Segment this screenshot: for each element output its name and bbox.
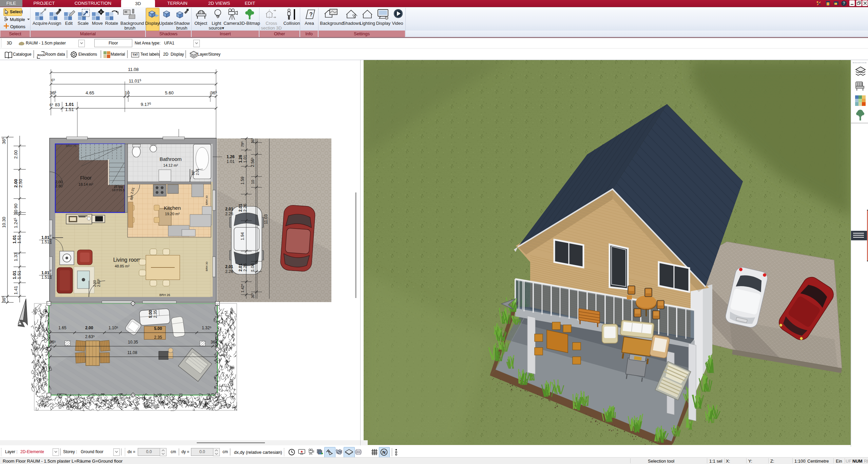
- svg-text:BRH 75: BRH 75: [49, 269, 52, 279]
- svg-text:2.35: 2.35: [153, 310, 158, 318]
- svg-text:1.51: 1.51: [41, 275, 50, 280]
- svg-text:2.35: 2.35: [154, 335, 162, 340]
- svg-text:11.015: 11.015: [129, 78, 141, 83]
- svg-text:?: ?: [843, 1, 845, 6]
- svg-text:365: 365: [1, 296, 6, 302]
- svg-text:11.08: 11.08: [127, 350, 137, 355]
- svg-text:2.50: 2.50: [18, 179, 23, 187]
- svg-text:18.14 m²: 18.14 m²: [78, 182, 93, 186]
- svg-text:4.65: 4.65: [85, 90, 94, 95]
- svg-text:2.26: 2.26: [243, 263, 248, 272]
- svg-text:1.41: 1.41: [13, 286, 18, 294]
- svg-text:1.01: 1.01: [12, 235, 17, 243]
- svg-text:15 Stg: 15 Stg: [114, 185, 123, 188]
- svg-text:2.01: 2.01: [238, 204, 243, 212]
- svg-text:2.26: 2.26: [243, 204, 248, 212]
- svg-text:?: ?: [309, 12, 313, 17]
- svg-text:N: N: [382, 450, 385, 455]
- svg-text:1.01: 1.01: [41, 235, 50, 240]
- svg-text:16.7 25.5: 16.7 25.5: [112, 188, 125, 192]
- svg-text:2.01: 2.01: [196, 168, 199, 175]
- svg-text:10: 10: [251, 180, 255, 184]
- svg-text:2.26: 2.26: [225, 211, 233, 216]
- svg-text:BRH 75: BRH 75: [49, 234, 52, 244]
- svg-text:2.00: 2.00: [13, 179, 18, 187]
- svg-text:10.30: 10.30: [1, 217, 6, 228]
- svg-text:5.00: 5.00: [154, 326, 162, 331]
- svg-text:1.06: 1.06: [250, 263, 255, 272]
- svg-text:365: 365: [50, 90, 56, 95]
- svg-text:5.00: 5.00: [148, 310, 153, 318]
- svg-text:Living room: Living room: [113, 257, 141, 263]
- svg-text:1.01: 1.01: [65, 102, 74, 107]
- svg-text:1.51: 1.51: [65, 107, 74, 112]
- svg-text:14.12 m²: 14.12 m²: [163, 163, 178, 167]
- svg-text:1.01: 1.01: [227, 159, 235, 164]
- svg-text:1.65: 1.65: [58, 326, 66, 330]
- svg-text:5.60: 5.60: [165, 90, 173, 95]
- svg-text:365: 365: [1, 137, 6, 144]
- svg-text:83: 83: [55, 102, 60, 107]
- svg-text:1.245: 1.245: [13, 218, 18, 228]
- svg-text:1.26: 1.26: [238, 155, 243, 163]
- svg-text:1.01: 1.01: [12, 271, 17, 279]
- svg-text:2.26: 2.26: [225, 269, 233, 274]
- svg-text:2.00: 2.00: [85, 326, 93, 330]
- svg-text:1.94: 1.94: [240, 232, 245, 240]
- svg-text:10: 10: [125, 90, 130, 95]
- svg-text:1.33: 1.33: [13, 253, 18, 261]
- svg-text:10.35: 10.35: [128, 340, 138, 345]
- svg-text:2.80: 2.80: [55, 184, 62, 188]
- svg-text:BRH 26: BRH 26: [159, 293, 170, 297]
- svg-text:11.08: 11.08: [128, 67, 139, 72]
- svg-text:2.00: 2.00: [93, 280, 97, 287]
- svg-text:2.00: 2.00: [13, 150, 18, 159]
- svg-text:65: 65: [51, 78, 55, 82]
- svg-text:1.59: 1.59: [240, 177, 245, 185]
- svg-text:2.00: 2.00: [55, 180, 62, 184]
- svg-text:2.01: 2.01: [225, 207, 233, 211]
- svg-text:Floor: Floor: [80, 175, 92, 181]
- svg-text:BRH 30: BRH 30: [205, 261, 208, 271]
- svg-text:1.51: 1.51: [17, 235, 22, 243]
- svg-text:Kitchen: Kitchen: [164, 205, 181, 211]
- svg-text:1.51: 1.51: [17, 271, 22, 279]
- svg-text:1.01: 1.01: [243, 155, 248, 163]
- svg-text:10 90: 10 90: [13, 204, 18, 215]
- svg-text:2.01: 2.01: [225, 264, 233, 269]
- svg-text:2.01: 2.01: [238, 263, 243, 272]
- svg-text:ROOM: ROOM: [37, 54, 45, 57]
- svg-text:19.20 m²: 19.20 m²: [165, 212, 180, 216]
- svg-text:1.51: 1.51: [41, 240, 50, 244]
- svg-text:11.03: 11.03: [264, 214, 268, 224]
- svg-text:1.26: 1.26: [227, 154, 235, 159]
- svg-text:Bathroom: Bathroom: [159, 156, 181, 162]
- svg-text:BRH 75: BRH 75: [66, 144, 77, 148]
- svg-text:1.01: 1.01: [41, 271, 50, 275]
- svg-text:65: 65: [50, 103, 53, 107]
- svg-text:9.175: 9.175: [141, 102, 151, 107]
- svg-text:48.85 m²: 48.85 m²: [115, 264, 130, 268]
- svg-text:BRH 30: BRH 30: [205, 195, 208, 205]
